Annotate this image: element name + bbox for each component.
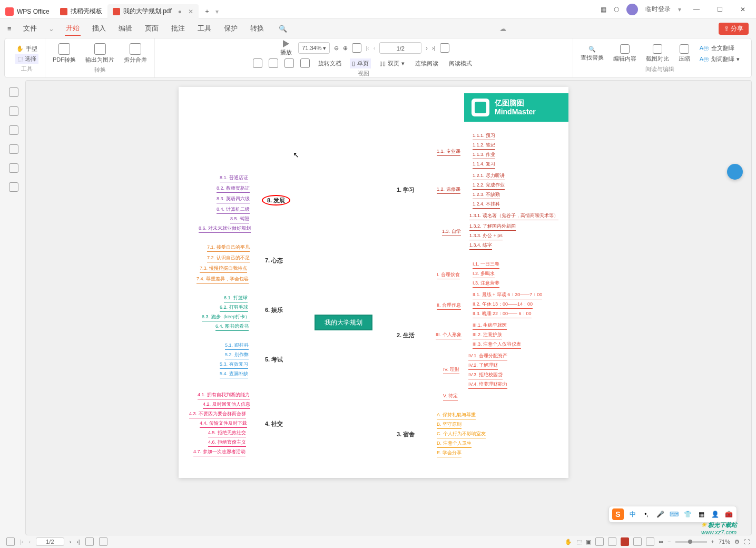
menu-tools[interactable]: 工具 xyxy=(197,22,212,35)
grid-icon[interactable]: ▦ xyxy=(696,510,706,519)
close-tab-icon[interactable]: ✕ xyxy=(188,8,193,15)
edit-content-button[interactable]: 编辑内容 xyxy=(611,43,639,64)
share-button[interactable]: ⇪ 分享 xyxy=(719,23,749,35)
menu-protect[interactable]: 保护 xyxy=(223,22,239,35)
tab-label: 我的大学规划.pdf xyxy=(123,7,172,16)
comment-icon[interactable] xyxy=(9,125,18,135)
menu-edit[interactable]: 编辑 xyxy=(117,22,133,35)
dropdown-icon[interactable]: ⌄ xyxy=(48,25,54,33)
compress-button[interactable]: 压缩 xyxy=(676,43,692,64)
word-translate-button[interactable]: A㊥划词翻译▾ xyxy=(698,54,742,64)
export-image-button[interactable]: 输出为图片 xyxy=(83,42,116,65)
pen-icon[interactable] xyxy=(9,163,18,173)
pdf-convert-button[interactable]: PDF转换 xyxy=(51,42,78,65)
play-button[interactable]: 播放 xyxy=(278,39,294,57)
last-icon[interactable]: ›| xyxy=(76,539,80,545)
tab-templates[interactable]: 找稻壳模板 xyxy=(55,4,107,19)
app-tab[interactable]: WPS Office xyxy=(0,4,55,19)
view1-icon[interactable] xyxy=(595,537,604,546)
group-label: 转换 xyxy=(94,66,106,74)
page-input[interactable]: 1/2 xyxy=(379,42,421,54)
select-tool[interactable]: ⬚选择 xyxy=(15,54,38,64)
prev-icon[interactable]: ‹ xyxy=(29,539,31,545)
select2-icon[interactable]: ⬚ xyxy=(576,539,582,545)
thumb3-icon[interactable] xyxy=(284,58,294,68)
minimize-button[interactable]: — xyxy=(689,6,704,13)
ime-toolbar[interactable]: S 中 •, 🎤 ⌨ 👕 ▦ 👤 🧰 xyxy=(608,506,737,523)
menu-insert[interactable]: 插入 xyxy=(91,22,107,35)
sidebar-toggle-icon[interactable] xyxy=(6,537,15,546)
continuous-button[interactable]: 连续阅读 xyxy=(413,58,440,68)
expand-icon[interactable]: ⛶ xyxy=(744,539,750,545)
rotate-button[interactable]: 旋转文档 xyxy=(316,58,343,68)
view4-icon[interactable] xyxy=(646,537,654,546)
hand-tool[interactable]: ✋手型 xyxy=(14,44,40,54)
first-icon[interactable]: |‹ xyxy=(20,539,24,545)
thumb1-icon[interactable] xyxy=(253,58,262,68)
outline-icon[interactable] xyxy=(9,106,18,116)
ribbon-group-tools: ✋手型 ⬚选择 工具 xyxy=(9,38,45,77)
cloud-icon[interactable]: ☁ xyxy=(499,25,506,33)
view3-icon[interactable] xyxy=(633,537,642,546)
bookmark-icon[interactable] xyxy=(9,87,18,97)
thumb2-icon[interactable] xyxy=(269,58,278,68)
tab-document[interactable]: 我的大学规划.pdf ● ✕ xyxy=(107,4,199,19)
single-page-button[interactable]: ▯单页 xyxy=(350,58,371,68)
zoom-slider[interactable] xyxy=(675,541,707,543)
book-icon[interactable] xyxy=(440,43,449,53)
zoom-input[interactable]: 71.34%▾ xyxy=(298,42,330,54)
zoom-in-icon[interactable]: ⊕ xyxy=(343,45,348,52)
attachment-icon[interactable] xyxy=(9,144,18,154)
cube-icon[interactable]: ⬡ xyxy=(614,6,619,13)
menu-annotate[interactable]: 批注 xyxy=(170,22,186,35)
mic-icon[interactable]: 🎤 xyxy=(655,510,665,519)
hamburger-icon[interactable]: ≡ xyxy=(7,25,12,33)
view2-icon[interactable] xyxy=(608,537,616,546)
prev-page-icon[interactable]: ‹ xyxy=(374,45,376,51)
zoom-out-icon[interactable]: ⊖ xyxy=(334,45,339,52)
menu-convert[interactable]: 转换 xyxy=(249,22,265,35)
login-label[interactable]: 临时登录 xyxy=(645,5,671,14)
search-icon[interactable]: 🔍 xyxy=(279,25,287,33)
fit-width-icon[interactable]: ⇔ xyxy=(659,539,663,545)
settings-icon[interactable]: ⚙ xyxy=(734,539,740,545)
full-translate-button[interactable]: A㊥全文翻译 xyxy=(698,43,742,53)
punct-icon[interactable]: •, xyxy=(642,510,651,519)
fit-icon[interactable] xyxy=(352,43,361,53)
menu-start[interactable]: 开始 xyxy=(65,21,81,36)
next-icon[interactable]: › xyxy=(70,539,72,545)
keyboard-icon[interactable]: ⌨ xyxy=(669,510,679,519)
new-tab-button[interactable]: ＋▾ xyxy=(199,4,224,19)
lang-indicator[interactable]: 中 xyxy=(628,510,637,519)
layout1-icon[interactable] xyxy=(85,537,94,546)
double-page-button[interactable]: ▯▯双页▾ xyxy=(377,58,407,68)
first-page-icon[interactable]: |‹ xyxy=(366,45,369,51)
menu-page[interactable]: 页面 xyxy=(144,22,160,35)
zoom-in-icon[interactable]: + xyxy=(711,539,714,545)
next-page-icon[interactable]: › xyxy=(426,45,428,51)
grid-icon[interactable]: ▦ xyxy=(601,6,606,13)
thumb4-icon[interactable] xyxy=(300,58,310,68)
find-replace-button[interactable]: 🔍查找替换 xyxy=(578,45,606,63)
layout2-icon[interactable] xyxy=(99,537,107,546)
read-mode-button[interactable]: 阅读模式 xyxy=(447,58,474,68)
maximize-button[interactable]: ☐ xyxy=(712,6,728,13)
split-merge-button[interactable]: 拆分合并 xyxy=(122,42,149,65)
zoom-value: 71% xyxy=(719,539,730,545)
menu-file[interactable]: 文件 xyxy=(22,22,38,35)
floating-action-button[interactable] xyxy=(727,164,743,180)
person-icon[interactable]: 👤 xyxy=(710,510,720,519)
layers-icon[interactable] xyxy=(9,182,18,192)
compare-button[interactable]: 截图对比 xyxy=(644,43,671,64)
zoom-out-icon[interactable]: − xyxy=(667,539,671,545)
crop-icon[interactable]: ▣ xyxy=(586,539,591,545)
hand-icon[interactable]: ✋ xyxy=(565,539,572,545)
avatar[interactable] xyxy=(626,4,638,15)
menubar: ≡ 文件 ⌄ 开始 插入 编辑 页面 批注 工具 保护 转换 🔍 ☁ ⇪ 分享 xyxy=(0,19,756,38)
skin-icon[interactable]: 👕 xyxy=(683,510,692,519)
content-area: 亿图脑图MindMaster 我的大学规划 8. 发展 8.1. 普通店证 8.… xyxy=(25,80,752,535)
toolbox-icon[interactable]: 🧰 xyxy=(724,510,733,519)
close-window-button[interactable]: ✕ xyxy=(735,6,751,13)
play-icon[interactable] xyxy=(621,537,629,546)
last-page-icon[interactable]: ›| xyxy=(432,45,436,51)
